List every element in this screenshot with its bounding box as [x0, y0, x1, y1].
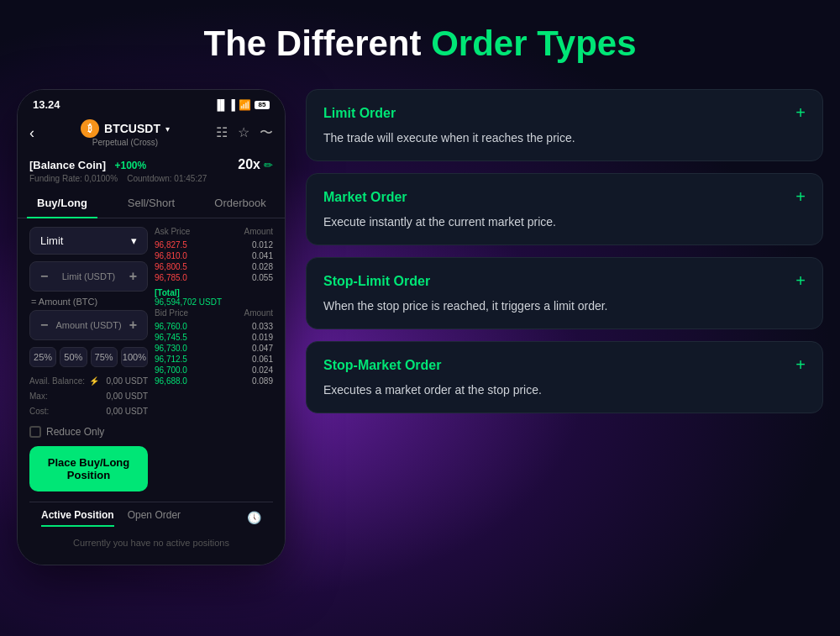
- amount-input-row: − Amount (USDT) +: [29, 310, 148, 340]
- order-type-select[interactable]: Limit ▾: [29, 227, 148, 255]
- stats-section: Avail. Balance: ⚡ 0,00 USDT Max: 0,00 US…: [29, 374, 148, 419]
- pct-50-button[interactable]: 50%: [60, 347, 87, 367]
- order-type-label: Limit: [40, 234, 63, 247]
- bid-header: Bid Price Amount: [155, 308, 273, 318]
- limit-order-header: Limit Order +: [323, 103, 806, 123]
- total-section: [Total] 96,594,702 USDT: [155, 288, 273, 307]
- market-order-card: Market Order + Execute instantly at the …: [306, 173, 823, 245]
- bid-amount-label: Amount: [244, 308, 273, 318]
- limit-order-title: Limit Order: [323, 106, 396, 121]
- limit-order-expand-button[interactable]: +: [795, 103, 806, 123]
- pct-row: 25% 50% 75% 100%: [29, 347, 148, 367]
- place-order-button[interactable]: Place Buy/Long Position: [29, 446, 148, 491]
- edit-leverage-icon[interactable]: ✏: [264, 159, 273, 171]
- coin-subtitle: Perpetual (Cross): [81, 138, 170, 147]
- max-label: Max:: [29, 389, 48, 404]
- total-value: 96,594,702 USDT: [155, 297, 273, 307]
- avail-balance-row: Avail. Balance: ⚡ 0,00 USDT: [29, 374, 148, 389]
- right-column: Ask Price Amount 96,827.5 0.012 96,810.0…: [155, 227, 273, 502]
- status-icons: ▐▌▐ 📶 85: [213, 99, 270, 111]
- back-button[interactable]: ‹: [29, 124, 34, 142]
- chart-icon[interactable]: ☷: [216, 124, 228, 142]
- stop-market-order-desc: Executes a market order at the stop pric…: [323, 381, 806, 399]
- coin-name: BTCUSDT: [104, 122, 160, 135]
- limit-plus-button[interactable]: +: [129, 269, 137, 284]
- order-type-chevron: ▾: [131, 234, 137, 247]
- tab-sell-short[interactable]: Sell/Short: [107, 188, 196, 218]
- trade-tabs: Buy/Long Sell/Short Orderbook: [18, 188, 285, 218]
- tab-orderbook[interactable]: Orderbook: [196, 188, 285, 218]
- balance-pct: +100%: [114, 160, 146, 171]
- amount-minus-button[interactable]: −: [40, 318, 48, 333]
- trend-icon[interactable]: 〜: [260, 124, 273, 142]
- reduce-only-checkbox[interactable]: [29, 426, 41, 438]
- phone-mockup: 13.24 ▐▌▐ 📶 85 ‹ ₿ BTCUSDT ▾ Perpetual (…: [17, 89, 286, 565]
- cost-val: 0,00 USDT: [107, 404, 148, 419]
- limit-input-row: − Limit (USDT) +: [29, 261, 148, 292]
- bid-row-5: 96,700.0 0.024: [155, 365, 273, 376]
- stop-market-order-card: Stop-Market Order + Executes a market or…: [306, 341, 823, 413]
- pct-75-button[interactable]: 75%: [91, 347, 118, 367]
- stop-limit-order-header: Stop-Limit Order +: [323, 271, 806, 291]
- balance-section: [Balance Coin] +100% 20x ✏ Funding Rate:…: [18, 152, 285, 188]
- balance-label: [Balance Coin]: [29, 159, 106, 171]
- ask-header: Ask Price Amount: [155, 227, 273, 236]
- ask-row-1: 96,827.5 0.012: [155, 239, 273, 250]
- cost-label: Cost:: [29, 404, 49, 419]
- stop-limit-order-card: Stop-Limit Order + When the stop price i…: [306, 257, 823, 329]
- coin-dropdown-icon[interactable]: ▾: [165, 124, 170, 134]
- ask-amount-label: Amount: [244, 227, 273, 236]
- leverage-badge: 20x: [238, 157, 260, 172]
- left-column: Limit ▾ − Limit (USDT) + = Amount (BTC) …: [29, 227, 148, 502]
- tab-buy-long[interactable]: Buy/Long: [18, 188, 107, 218]
- balance-left: [Balance Coin] +100%: [29, 157, 146, 172]
- limit-input-label: Limit (USDT): [48, 271, 129, 281]
- avail-balance-val: 0,00 USDT: [107, 374, 148, 389]
- bid-row-6: 96,688.0 0.089: [155, 376, 273, 386]
- pct-100-button[interactable]: 100%: [121, 347, 148, 367]
- order-cards-column: Limit Order + The trade will execute whe…: [306, 89, 823, 413]
- page-title: The Different Order Types: [204, 24, 637, 64]
- avail-balance-label: Avail. Balance: ⚡: [29, 374, 99, 389]
- limit-order-card: Limit Order + The trade will execute whe…: [306, 89, 823, 161]
- amount-plus-button[interactable]: +: [129, 318, 137, 333]
- stop-limit-order-expand-button[interactable]: +: [795, 271, 806, 291]
- market-order-header: Market Order +: [323, 187, 806, 207]
- limit-order-desc: The trade will execute when it reaches t…: [323, 129, 806, 147]
- market-order-expand-button[interactable]: +: [795, 187, 806, 207]
- bid-price-label: Bid Price: [155, 308, 188, 318]
- status-bar: 13.24 ▐▌▐ 📶 85: [18, 90, 285, 116]
- title-part2: Order Types: [431, 24, 636, 63]
- ask-row-2: 96,810.0 0.041: [155, 250, 273, 261]
- header-icons: ☷ ☆ 〜: [216, 124, 273, 142]
- battery-icon: 85: [255, 101, 270, 109]
- tab-open-order[interactable]: Open Order: [128, 509, 181, 526]
- bitcoin-icon: ₿: [81, 119, 99, 138]
- phone-header: ‹ ₿ BTCUSDT ▾ Perpetual (Cross) ☷ ☆ 〜: [18, 116, 285, 152]
- bid-row-1: 96,760.0 0.033: [155, 321, 273, 332]
- reduce-only-row: Reduce Only: [29, 426, 148, 438]
- ask-row-3: 96,800.5 0.028: [155, 261, 273, 272]
- max-val: 0,00 USDT: [107, 389, 148, 404]
- stop-limit-order-desc: When the stop price is reached, it trigg…: [323, 297, 806, 315]
- stop-market-order-title: Stop-Market Order: [323, 358, 441, 373]
- pct-25-button[interactable]: 25%: [29, 347, 56, 367]
- reduce-only-label: Reduce Only: [46, 426, 104, 438]
- coin-info: ₿ BTCUSDT ▾: [81, 119, 170, 138]
- bid-row-3: 96,730.0 0.047: [155, 343, 273, 354]
- market-order-title: Market Order: [323, 190, 407, 205]
- status-time: 13.24: [33, 98, 60, 111]
- stop-market-order-expand-button[interactable]: +: [795, 355, 806, 375]
- bid-row-2: 96,745.5 0.019: [155, 332, 273, 343]
- limit-minus-button[interactable]: −: [40, 269, 48, 284]
- coin-info-center: ₿ BTCUSDT ▾ Perpetual (Cross): [81, 119, 170, 147]
- funding-row: Funding Rate: 0,0100% Countdown: 01:45:2…: [29, 174, 273, 183]
- bottom-tabs: Active Position Open Order 🕔: [29, 502, 273, 526]
- balance-row: [Balance Coin] +100% 20x ✏: [29, 157, 273, 172]
- main-content: 13.24 ▐▌▐ 📶 85 ‹ ₿ BTCUSDT ▾ Perpetual (…: [17, 89, 823, 565]
- history-icon[interactable]: 🕔: [247, 511, 261, 524]
- ask-row-4: 96,785.0 0.055: [155, 272, 273, 283]
- tab-active-position[interactable]: Active Position: [41, 509, 114, 526]
- amount-input-label: Amount (USDT): [48, 320, 129, 330]
- star-icon[interactable]: ☆: [238, 124, 249, 142]
